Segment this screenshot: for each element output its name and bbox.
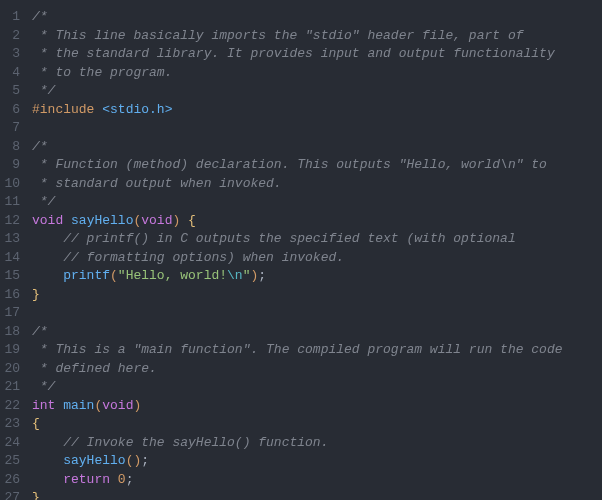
- line-number: 3: [0, 45, 20, 64]
- token: void: [32, 213, 63, 228]
- code-line: /*: [32, 8, 602, 27]
- code-editor: 1234567891011121314151617181920212223242…: [0, 8, 602, 500]
- token: // formatting options) when invoked.: [63, 250, 344, 265]
- line-number: 22: [0, 397, 20, 416]
- token: void: [141, 213, 172, 228]
- line-number: 8: [0, 138, 20, 157]
- token: /*: [32, 139, 48, 154]
- line-number: 9: [0, 156, 20, 175]
- code-line: * standard output when invoked.: [32, 175, 602, 194]
- line-number: 6: [0, 101, 20, 120]
- line-number: 7: [0, 119, 20, 138]
- line-number: 18: [0, 323, 20, 342]
- token: [32, 250, 63, 265]
- token: printf: [63, 268, 110, 283]
- token: main: [63, 398, 94, 413]
- token: ;: [141, 453, 149, 468]
- code-line: int main(void): [32, 397, 602, 416]
- code-line: {: [32, 415, 602, 434]
- token: [63, 213, 71, 228]
- code-line: * to the program.: [32, 64, 602, 83]
- code-line: /*: [32, 138, 602, 157]
- token: // printf() in C outputs the specified t…: [63, 231, 515, 246]
- token: sayHello: [71, 213, 133, 228]
- line-number: 25: [0, 452, 20, 471]
- token: ): [133, 398, 141, 413]
- token: [32, 231, 63, 246]
- line-number: 21: [0, 378, 20, 397]
- token: {: [32, 416, 40, 431]
- token: /*: [32, 324, 48, 339]
- code-line: void sayHello(void) {: [32, 212, 602, 231]
- code-line: }: [32, 286, 602, 305]
- line-number: 24: [0, 434, 20, 453]
- token: [32, 472, 63, 487]
- line-number: 19: [0, 341, 20, 360]
- token: \n: [227, 268, 243, 283]
- code-line: #include <stdio.h>: [32, 101, 602, 120]
- code-line: // formatting options) when invoked.: [32, 249, 602, 268]
- token: }: [32, 490, 40, 500]
- line-number-gutter: 1234567891011121314151617181920212223242…: [0, 8, 32, 500]
- token: [32, 435, 63, 450]
- token: [180, 213, 188, 228]
- token: * to the program.: [32, 65, 172, 80]
- line-number: 4: [0, 64, 20, 83]
- line-number: 12: [0, 212, 20, 231]
- token: [110, 472, 118, 487]
- token: {: [188, 213, 196, 228]
- token: /*: [32, 9, 48, 24]
- token: int: [32, 398, 55, 413]
- token: return: [63, 472, 110, 487]
- code-line: * defined here.: [32, 360, 602, 379]
- line-number: 20: [0, 360, 20, 379]
- code-line: // Invoke the sayHello() function.: [32, 434, 602, 453]
- code-line: */: [32, 193, 602, 212]
- token: */: [32, 194, 55, 209]
- line-number: 10: [0, 175, 20, 194]
- code-line: return 0;: [32, 471, 602, 490]
- code-line: // printf() in C outputs the specified t…: [32, 230, 602, 249]
- token: * This line basically imports the "stdio…: [32, 28, 523, 43]
- code-line: /*: [32, 323, 602, 342]
- line-number: 17: [0, 304, 20, 323]
- line-number: 13: [0, 230, 20, 249]
- line-number: 14: [0, 249, 20, 268]
- line-number: 1: [0, 8, 20, 27]
- line-number: 15: [0, 267, 20, 286]
- code-line: [32, 304, 602, 323]
- code-area: /* * This line basically imports the "st…: [32, 8, 602, 500]
- token: (: [110, 268, 118, 283]
- token: void: [102, 398, 133, 413]
- line-number: 27: [0, 489, 20, 500]
- token: sayHello: [63, 453, 125, 468]
- line-number: 16: [0, 286, 20, 305]
- token: #include: [32, 102, 94, 117]
- code-line: */: [32, 82, 602, 101]
- code-line: * the standard library. It provides inpu…: [32, 45, 602, 64]
- line-number: 2: [0, 27, 20, 46]
- token: // Invoke the sayHello() function.: [63, 435, 328, 450]
- code-line: }: [32, 489, 602, 500]
- line-number: 23: [0, 415, 20, 434]
- token: * standard output when invoked.: [32, 176, 282, 191]
- code-line: * This is a "main function". The compile…: [32, 341, 602, 360]
- code-line: printf("Hello, world!\n");: [32, 267, 602, 286]
- token: <stdio.h>: [102, 102, 172, 117]
- token: [32, 453, 63, 468]
- token: [32, 268, 63, 283]
- code-line: * Function (method) declaration. This ou…: [32, 156, 602, 175]
- code-line: sayHello();: [32, 452, 602, 471]
- code-line: * This line basically imports the "stdio…: [32, 27, 602, 46]
- token: * the standard library. It provides inpu…: [32, 46, 555, 61]
- token: ;: [258, 268, 266, 283]
- line-number: 26: [0, 471, 20, 490]
- token: "Hello, world!: [118, 268, 227, 283]
- token: * defined here.: [32, 361, 157, 376]
- token: }: [32, 287, 40, 302]
- line-number: 5: [0, 82, 20, 101]
- token: * This is a "main function". The compile…: [32, 342, 563, 357]
- code-line: */: [32, 378, 602, 397]
- token: 0: [118, 472, 126, 487]
- token: * Function (method) declaration. This ou…: [32, 157, 547, 172]
